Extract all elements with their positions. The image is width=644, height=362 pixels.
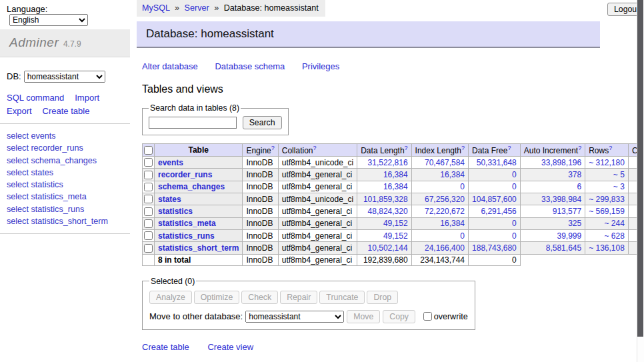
- scrollbar-thumb[interactable]: [637, 0, 643, 337]
- move-button[interactable]: Move: [347, 310, 380, 323]
- data_length-link[interactable]: 31,522,816: [361, 158, 407, 167]
- sql-command-link[interactable]: SQL command: [7, 93, 64, 103]
- row-checkbox[interactable]: [144, 158, 153, 167]
- overwrite-checkbox[interactable]: [423, 312, 432, 321]
- help-hint-link[interactable]: ?: [578, 145, 581, 151]
- drop-button[interactable]: Drop: [367, 291, 398, 304]
- create-table-link-main[interactable]: Create table: [142, 342, 189, 352]
- index_length-link[interactable]: 16,384: [415, 219, 465, 228]
- alter-database-link[interactable]: Alter database: [142, 61, 198, 71]
- optimize-button[interactable]: Optimize: [194, 291, 240, 304]
- table-name-link[interactable]: schema_changes: [158, 182, 225, 191]
- index_length-link[interactable]: 0: [415, 182, 465, 191]
- data_free-link[interactable]: 188,743,680: [472, 243, 517, 253]
- table-name-link[interactable]: statistics_meta: [158, 219, 216, 228]
- rows-link[interactable]: ~ 312,180: [589, 158, 625, 167]
- table-name-link[interactable]: statistics: [158, 207, 193, 216]
- data_length-link[interactable]: 49,152: [361, 219, 407, 228]
- auto_increment-link[interactable]: 913,577: [524, 207, 581, 216]
- table-name-link[interactable]: states: [158, 195, 181, 204]
- sidebar-select-link[interactable]: select statistics: [7, 179, 130, 191]
- rows-link[interactable]: ~ 5: [589, 170, 625, 179]
- sidebar-select-link[interactable]: select events: [7, 130, 130, 142]
- index_length-link[interactable]: 0: [415, 231, 465, 241]
- row-checkbox[interactable]: [144, 219, 153, 228]
- breadcrumb-mysql-link[interactable]: MySQL: [142, 3, 170, 13]
- help-hint-link[interactable]: ?: [507, 145, 511, 151]
- check-button[interactable]: Check: [241, 291, 278, 304]
- import-link[interactable]: Import: [75, 93, 99, 103]
- sidebar-select-link[interactable]: select schema_changes: [7, 155, 130, 167]
- database-action-links: Alter database Database schema Privilege…: [142, 61, 603, 71]
- data_free-link[interactable]: 50,331,648: [472, 158, 517, 167]
- sidebar-select-link[interactable]: select statistics_meta: [7, 191, 130, 203]
- data_length-link[interactable]: 10,502,144: [361, 243, 407, 253]
- auto_increment-link[interactable]: 39,999: [524, 231, 581, 241]
- help-hint-link[interactable]: ?: [461, 145, 465, 151]
- data_length-link[interactable]: 49,152: [361, 231, 407, 241]
- language-select[interactable]: English: [9, 14, 88, 26]
- data_free-link[interactable]: 0: [472, 219, 517, 228]
- row-checkbox[interactable]: [144, 195, 153, 203]
- auto_increment-link[interactable]: 8,581,645: [524, 243, 581, 253]
- data_length-link[interactable]: 101,859,328: [361, 195, 407, 204]
- rows-link[interactable]: ~ 3: [589, 182, 625, 191]
- rows-link[interactable]: ~ 244: [589, 219, 625, 228]
- sidebar-select-link[interactable]: select statistics_runs: [7, 203, 130, 215]
- data_free-link[interactable]: 0: [472, 170, 517, 179]
- index_length-link[interactable]: 67,256,320: [415, 195, 465, 204]
- rows-link[interactable]: ~ 299,833: [589, 195, 625, 204]
- search-button[interactable]: Search: [243, 116, 282, 129]
- auto_increment-link[interactable]: 325: [524, 219, 581, 228]
- data_free-link[interactable]: 0: [472, 182, 517, 191]
- help-hint-link[interactable]: ?: [271, 145, 275, 151]
- help-hint-link[interactable]: ?: [405, 145, 408, 151]
- rows-link[interactable]: ~ 569,159: [589, 207, 625, 216]
- help-hint-link[interactable]: ?: [609, 145, 612, 151]
- search-input[interactable]: [149, 117, 237, 129]
- sidebar-select-link[interactable]: select recorder_runs: [7, 142, 130, 154]
- index_length-link[interactable]: 72,220,672: [415, 207, 465, 216]
- privileges-link[interactable]: Privileges: [302, 61, 339, 71]
- auto_increment-link[interactable]: 378: [524, 170, 581, 179]
- analyze-button[interactable]: Analyze: [149, 291, 192, 304]
- data_length-link[interactable]: 48,824,320: [361, 207, 407, 216]
- index_length-link[interactable]: 70,467,584: [415, 158, 465, 167]
- create-table-link[interactable]: Create table: [43, 106, 90, 116]
- database-schema-link[interactable]: Database schema: [215, 61, 285, 71]
- row-checkbox[interactable]: [144, 183, 153, 191]
- repair-button[interactable]: Repair: [280, 291, 317, 304]
- row-checkbox[interactable]: [144, 231, 153, 240]
- sidebar-select-link[interactable]: select states: [7, 167, 130, 179]
- row-checkbox[interactable]: [144, 207, 153, 216]
- create-view-link[interactable]: Create view: [207, 342, 253, 352]
- table-name-link[interactable]: statistics_runs: [158, 231, 215, 241]
- table-name-link[interactable]: events: [158, 158, 183, 167]
- rows-link[interactable]: ~ 136,108: [589, 243, 625, 253]
- db-select[interactable]: homeassistant: [24, 71, 105, 83]
- select-all-checkbox[interactable]: [144, 146, 153, 155]
- table-name-link[interactable]: statistics_short_term: [158, 243, 239, 253]
- truncate-button[interactable]: Truncate: [319, 291, 365, 304]
- sidebar-select-link[interactable]: select statistics_short_term: [7, 215, 130, 227]
- data_free-link[interactable]: 104,857,600: [472, 195, 517, 204]
- index_length-link[interactable]: 24,166,400: [415, 243, 465, 253]
- help-hint-link[interactable]: ?: [313, 145, 316, 151]
- copy-button[interactable]: Copy: [383, 310, 415, 323]
- rows-link[interactable]: ~ 628: [589, 231, 625, 241]
- export-link[interactable]: Export: [7, 106, 32, 116]
- vertical-scrollbar[interactable]: [637, 0, 644, 362]
- move-database-select[interactable]: homeassistant: [245, 311, 344, 323]
- breadcrumb-server-link[interactable]: Server: [185, 3, 209, 13]
- data_length-link[interactable]: 16,384: [361, 170, 407, 179]
- data_length-link[interactable]: 16,384: [361, 182, 407, 191]
- index_length-link[interactable]: 16,384: [415, 170, 465, 179]
- auto_increment-link[interactable]: 33,398,984: [524, 195, 581, 204]
- data_free-link[interactable]: 0: [472, 231, 517, 241]
- auto_increment-link[interactable]: 6: [524, 182, 581, 191]
- auto_increment-link[interactable]: 33,898,196: [524, 158, 581, 167]
- row-checkbox[interactable]: [144, 244, 153, 253]
- row-checkbox[interactable]: [144, 171, 153, 179]
- table-name-link[interactable]: recorder_runs: [158, 170, 212, 179]
- data_free-link[interactable]: 6,291,456: [472, 207, 517, 216]
